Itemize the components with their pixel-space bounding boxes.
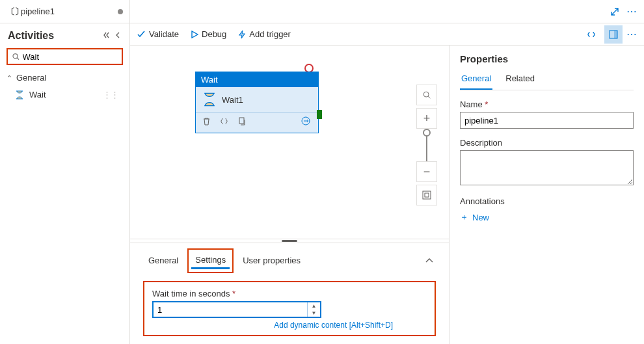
lightning-icon [238, 30, 246, 39]
activities-sidebar: 〔〕 pipeline1 Activities ⌄ General Wait ⋮… [0, 0, 130, 344]
success-connector-icon[interactable] [317, 110, 322, 119]
check-icon [137, 30, 146, 39]
activity-item-label: Wait [29, 90, 46, 99]
add-trigger-button[interactable]: Add trigger [238, 29, 291, 39]
svg-point-0 [13, 54, 18, 59]
zoom-in-button[interactable]: + [416, 108, 437, 129]
collapse-single-icon[interactable] [113, 30, 123, 42]
properties-panel: Properties General Related Name * Descri… [449, 46, 644, 344]
description-label: Description [460, 138, 634, 148]
svg-point-6 [423, 92, 429, 97]
drag-grip-icon: ⋮⋮ [103, 90, 118, 99]
add-annotation-label: New [472, 213, 489, 222]
play-icon [191, 31, 198, 38]
collapse-panel-icon[interactable] [425, 256, 436, 266]
tab-settings[interactable]: Settings [191, 252, 230, 269]
tab-user-properties[interactable]: User properties [237, 252, 306, 271]
debug-label: Debug [202, 29, 226, 39]
pipeline-tab[interactable]: 〔〕 pipeline1 [0, 0, 129, 23]
svg-rect-3 [614, 31, 617, 38]
wait-time-field[interactable] [154, 302, 307, 317]
code-view-button[interactable] [582, 25, 600, 44]
validate-button[interactable]: Validate [137, 29, 179, 39]
name-input[interactable] [460, 112, 634, 129]
add-annotation-button[interactable]: ＋ New [460, 209, 634, 223]
debug-button[interactable]: Debug [191, 29, 226, 39]
wait-time-label: Wait time in seconds * [152, 289, 427, 298]
svg-line-1 [17, 58, 19, 60]
tab-general[interactable]: General [143, 252, 183, 271]
svg-rect-8 [423, 191, 431, 199]
spin-up-button[interactable]: ▲ [308, 302, 320, 310]
activity-config-panel: General Settings User properties Wait ti… [130, 243, 449, 344]
wait-time-input[interactable]: ▲ ▼ [152, 301, 321, 318]
activity-node-wait[interactable]: Wait Wait1 [195, 72, 319, 133]
group-general[interactable]: ⌄ General [7, 73, 123, 83]
pipeline-canvas[interactable]: Wait Wait1 + [130, 46, 449, 239]
plus-icon: ＋ [460, 211, 468, 223]
delete-icon[interactable] [202, 117, 211, 127]
svg-rect-9 [425, 193, 429, 197]
pipeline-tab-title: pipeline1 [21, 7, 114, 16]
annotations-label: Annotations [460, 196, 634, 206]
hourglass-icon [202, 92, 217, 107]
toolbar-more-icon[interactable]: ⋯ [626, 28, 637, 40]
activities-search-input[interactable] [23, 52, 118, 62]
validate-label: Validate [149, 29, 179, 39]
unsaved-indicator-icon [118, 9, 123, 14]
properties-title: Properties [460, 53, 634, 64]
activity-item-wait[interactable]: Wait ⋮⋮ [10, 86, 123, 103]
svg-rect-4 [239, 118, 244, 124]
zoom-controls: + − [416, 85, 437, 205]
props-tab-general[interactable]: General [460, 73, 492, 90]
zoom-fit-button[interactable] [416, 185, 437, 205]
hourglass-icon [15, 90, 24, 99]
spin-down-button[interactable]: ▼ [308, 310, 320, 317]
props-tab-related[interactable]: Related [504, 73, 536, 90]
add-trigger-label: Add trigger [249, 29, 291, 39]
node-type-label: Wait [196, 72, 318, 87]
svg-line-7 [428, 96, 430, 98]
zoom-search-button[interactable] [416, 85, 437, 105]
search-icon [12, 52, 20, 61]
zoom-thumb[interactable] [423, 129, 431, 137]
main-area: ⋯ Validate Debug Add trigger ⋯ [130, 0, 644, 344]
group-general-label: General [16, 73, 46, 83]
copy-icon[interactable] [237, 117, 246, 127]
activities-heading: Activities [8, 30, 101, 42]
zoom-out-button[interactable]: − [416, 161, 437, 182]
pipeline-icon: 〔〕 [7, 6, 17, 18]
node-name-label: Wait1 [222, 95, 243, 105]
activities-header: Activities [0, 23, 129, 46]
activities-search[interactable] [7, 48, 123, 65]
zoom-slider[interactable] [426, 131, 427, 161]
collapse-double-icon[interactable] [101, 30, 113, 42]
editor-titlebar: ⋯ [130, 0, 644, 23]
braces-icon[interactable] [220, 117, 228, 127]
more-icon[interactable]: ⋯ [626, 5, 637, 18]
pipeline-toolbar: Validate Debug Add trigger ⋯ [130, 23, 644, 46]
chevron-down-icon: ⌄ [7, 73, 12, 82]
properties-toggle-button[interactable] [604, 25, 623, 44]
name-label: Name * [460, 99, 634, 109]
description-input[interactable] [460, 150, 634, 185]
run-arrow-icon[interactable] [301, 116, 312, 127]
add-dynamic-content-link[interactable]: Add dynamic content [Alt+Shift+D] [152, 318, 393, 330]
expand-icon[interactable] [610, 7, 620, 17]
